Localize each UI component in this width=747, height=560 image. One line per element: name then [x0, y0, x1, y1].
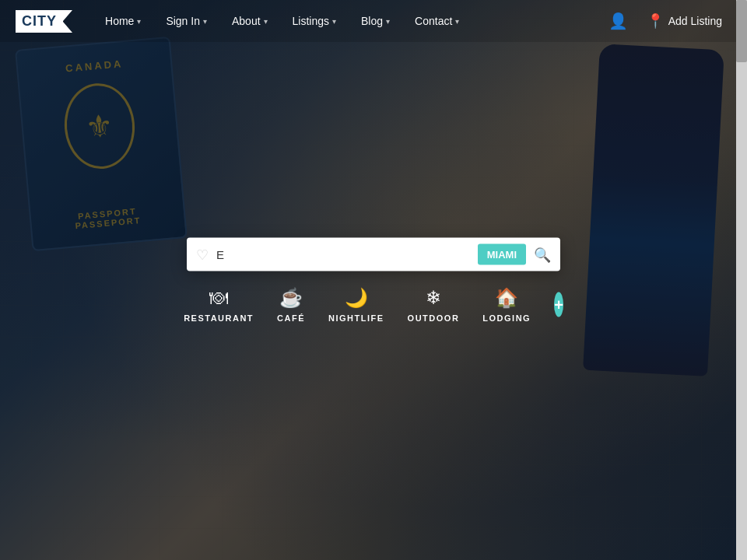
- signin-dropdown-arrow: ▾: [203, 17, 207, 26]
- category-lodging[interactable]: 🏠 LODGING: [482, 287, 531, 323]
- search-section: ♡ MIAMI 🔍 🍽 RESTAURANT ☕ CAFÉ 🌙 NIGHTLIF…: [187, 238, 560, 323]
- search-submit-button[interactable]: 🔍: [534, 246, 551, 263]
- blog-dropdown-arrow: ▾: [386, 17, 390, 26]
- scrollbar[interactable]: [736, 0, 747, 560]
- home-dropdown-arrow: ▾: [137, 17, 141, 26]
- nav-home[interactable]: Home ▾: [94, 9, 152, 33]
- lodging-icon: 🏠: [495, 287, 518, 309]
- category-restaurant[interactable]: 🍽 RESTAURANT: [184, 287, 254, 323]
- cafe-icon: ☕: [279, 287, 303, 309]
- search-box: ♡ MIAMI 🔍: [187, 238, 560, 271]
- logo-text: CITY: [16, 10, 63, 33]
- outdoor-icon: ❄: [426, 287, 441, 309]
- outdoor-label: OUTDOOR: [408, 313, 460, 323]
- about-dropdown-arrow: ▾: [264, 17, 268, 26]
- location-button[interactable]: MIAMI: [478, 244, 526, 265]
- user-icon[interactable]: 👤: [608, 12, 628, 30]
- nightlife-icon: 🌙: [345, 287, 368, 309]
- nav-right: 👤 📍 Add Listing: [608, 8, 731, 34]
- logo[interactable]: CITY: [16, 10, 63, 33]
- restaurant-label: RESTAURANT: [184, 313, 254, 323]
- nav-listings[interactable]: Listings ▾: [282, 9, 347, 33]
- search-input[interactable]: [216, 248, 470, 261]
- nav-signin[interactable]: Sign In ▾: [155, 9, 218, 33]
- navbar: CITY Home ▾ Sign In ▾ About ▾ Listings ▾…: [0, 0, 747, 42]
- cafe-label: CAFÉ: [277, 313, 305, 323]
- pin-icon: 📍: [647, 12, 664, 30]
- search-magnifier-icon: 🔍: [534, 247, 551, 262]
- nav-blog[interactable]: Blog ▾: [350, 9, 401, 33]
- restaurant-icon: 🍽: [209, 287, 228, 309]
- contact-dropdown-arrow: ▾: [455, 17, 459, 26]
- nav-about[interactable]: About ▾: [221, 9, 279, 33]
- nightlife-label: NIGHTLIFE: [328, 313, 384, 323]
- add-listing-button[interactable]: 📍 Add Listing: [637, 8, 731, 34]
- category-nightlife[interactable]: 🌙 NIGHTLIFE: [328, 287, 384, 323]
- scrollbar-thumb[interactable]: [736, 0, 747, 62]
- more-categories-button[interactable]: +: [554, 292, 563, 317]
- nav-contact[interactable]: Contact ▾: [404, 9, 470, 33]
- listings-dropdown-arrow: ▾: [332, 17, 336, 26]
- add-listing-label: Add Listing: [668, 15, 722, 27]
- category-outdoor[interactable]: ❄ OUTDOOR: [408, 287, 460, 323]
- categories: 🍽 RESTAURANT ☕ CAFÉ 🌙 NIGHTLIFE ❄ OUTDOO…: [187, 287, 560, 323]
- nav-links: Home ▾ Sign In ▾ About ▾ Listings ▾ Blog…: [94, 9, 608, 33]
- lodging-label: LODGING: [482, 313, 531, 323]
- category-cafe[interactable]: ☕ CAFÉ: [277, 287, 305, 323]
- heart-icon: ♡: [196, 246, 209, 263]
